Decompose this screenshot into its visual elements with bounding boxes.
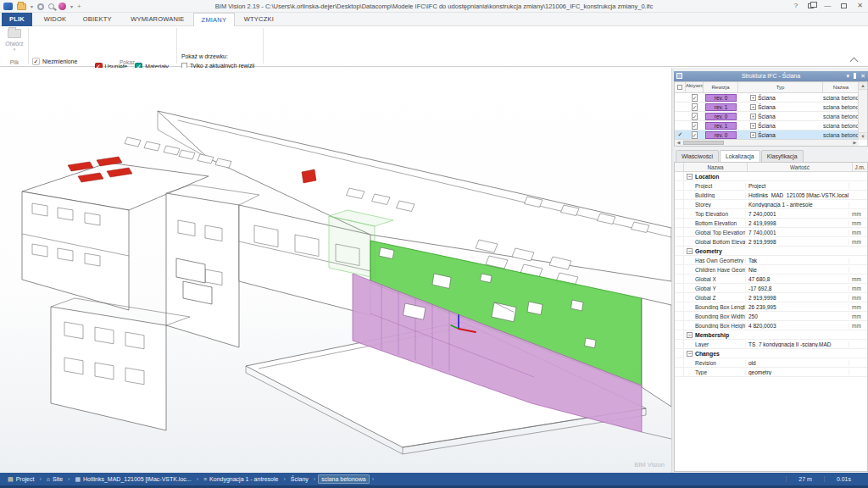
column-header-active[interactable]: Aktywny — [686, 82, 704, 93]
scroll-down-icon[interactable]: ▼ — [859, 132, 867, 140]
property-row[interactable]: Bounding Box Length26 239,995mm — [675, 302, 867, 312]
property-row[interactable]: Global Top Elevation7 740,0001mm — [675, 228, 867, 237]
panel-menu-icon[interactable]: ▾ — [847, 71, 850, 81]
property-row[interactable]: Bottom Elevation2 419,9998mm — [675, 219, 867, 228]
tab-wymiarowanie[interactable]: WYMIAROWANIE — [123, 13, 192, 26]
collapse-ribbon-icon[interactable] — [851, 57, 858, 61]
expand-icon[interactable]: + — [750, 114, 756, 119]
tab-właściwości[interactable]: Właściwości — [676, 150, 719, 162]
property-unit: mm — [849, 239, 867, 245]
status-breadcrumb-bar: ▤Project›⌂Site›▦Hotlinks_MAD_121005 [iMa… — [0, 473, 868, 488]
property-value: 26 239,995 — [746, 304, 849, 310]
property-group-row[interactable]: −Membership — [675, 330, 867, 340]
breadcrumb-label: Project — [16, 476, 35, 482]
maximize-button[interactable] — [841, 3, 847, 8]
expand-icon[interactable]: + — [750, 95, 756, 101]
collapse-icon[interactable]: − — [687, 174, 693, 180]
tree-row[interactable]: ✓rev. 0+Ścianasciana betonowa — [675, 112, 859, 121]
tab-plik[interactable]: PLIK — [2, 13, 32, 26]
property-row[interactable]: Global X47 680,8mm — [675, 274, 867, 284]
scroll-up-icon[interactable]: ▲ — [859, 82, 867, 90]
property-name: Bottom Elevation — [684, 220, 746, 226]
collapse-icon[interactable]: − — [687, 351, 693, 357]
tab-wtyczki[interactable]: WTYCZKI — [236, 13, 281, 26]
property-row[interactable]: Global Y-17 692,8mm — [675, 284, 867, 293]
panel-close-icon[interactable]: ✕ — [860, 71, 865, 81]
prop-column-value[interactable]: Wartość — [748, 163, 853, 172]
expand-icon[interactable]: + — [750, 132, 756, 138]
group-name: Changes — [695, 351, 720, 357]
breadcrumb-item-project[interactable]: ▤Project — [5, 475, 36, 484]
tree-vertical-scrollbar[interactable]: ▲ ▼ — [858, 82, 867, 140]
prop-column-unit[interactable]: J.m. — [853, 163, 867, 172]
column-header-name[interactable]: Nazwa — [823, 82, 859, 93]
tree-row[interactable]: ✓rev. 1+Ścianasciana betonowa — [675, 103, 859, 112]
property-name: Children Have Geometry — [684, 267, 746, 273]
property-row[interactable]: Bounding Box Width250mm — [675, 312, 867, 321]
close-button[interactable]: ✕ — [857, 2, 863, 10]
tab-lokalizacja[interactable]: Lokalizacja — [720, 150, 760, 162]
collapse-icon[interactable]: − — [687, 248, 693, 254]
breadcrumb-item-site[interactable]: ⌂Site — [44, 475, 65, 483]
active-checkbox[interactable]: ✓ — [692, 131, 698, 139]
open-split-arrow-icon[interactable]: ▾ — [3, 47, 25, 52]
property-row[interactable]: StoreyKondygnacja 1 - antresole — [675, 200, 867, 209]
property-row[interactable]: Has Own GeometryTak — [675, 256, 867, 265]
prop-column-name[interactable]: Nazwa — [684, 163, 748, 172]
column-header-revision[interactable]: Rewizja — [704, 82, 738, 93]
help-button[interactable]: ? — [794, 2, 798, 10]
tab-klasyfikacja[interactable]: Klasyfikacja — [761, 150, 804, 162]
active-checkbox[interactable]: ✓ — [692, 103, 698, 111]
property-row[interactable]: Revisionold — [675, 358, 867, 368]
breadcrumb-item-sciana-betonowa[interactable]: sciana betonowa — [318, 474, 370, 484]
property-row[interactable]: LayerTS_7 kondygnacja II -sciany.MAD — [675, 340, 867, 349]
property-row[interactable]: ProjectProject — [675, 181, 867, 191]
tree-row[interactable]: ✓rev. 1+Ścianasciana betonowa — [675, 121, 859, 130]
expand-icon[interactable]: + — [750, 123, 756, 129]
expand-icon[interactable]: + — [750, 104, 756, 110]
property-group-row[interactable]: −Changes — [675, 349, 867, 358]
tab-obiekty[interactable]: OBIEKTY — [75, 13, 120, 26]
tab-widok[interactable]: WIDOK — [36, 13, 74, 26]
pin-window-button[interactable] — [808, 3, 814, 8]
property-row[interactable]: Global Bottom Elevation2 919,9998mm — [675, 237, 867, 247]
property-group-row[interactable]: −Location — [675, 172, 867, 181]
breadcrumb-separator-icon: › — [68, 476, 70, 482]
active-checkbox[interactable]: ✓ — [692, 113, 698, 120]
scroll-right-icon[interactable]: ▶ — [851, 140, 859, 146]
open-file-button[interactable]: Otwórz ▾ — [3, 29, 25, 58]
change-filter-niezmienione[interactable]: ✓Niezmienione — [32, 58, 87, 65]
active-checkbox[interactable]: ✓ — [692, 122, 698, 130]
row-indicator-column-header[interactable] — [675, 82, 686, 93]
revision-badge: rev. 1 — [705, 103, 737, 111]
revision-badge: rev. 0 — [705, 113, 737, 120]
property-row[interactable]: Typegeometry — [675, 368, 867, 377]
breadcrumb-separator-icon: › — [283, 476, 285, 482]
property-row[interactable]: BuildingHotlinks_MAD_121005 [iMac-VSTK.l… — [675, 191, 867, 200]
active-checkbox[interactable]: ✓ — [692, 94, 698, 102]
panel-pin-icon[interactable] — [854, 73, 856, 79]
grid-cell — [675, 284, 684, 293]
property-row[interactable]: Top Elevation7 240,0001mm — [675, 209, 867, 219]
structure-panel-header[interactable]: Struktura IFC - Ściana ▾ ✕ — [674, 71, 868, 81]
breadcrumb-item-hotlinks-mad-121005-imac[interactable]: ▦Hotlinks_MAD_121005 [iMac-VSTK.loc... — [72, 475, 193, 484]
minimize-button[interactable]: — — [824, 2, 831, 10]
tree-row[interactable]: ✓rev. 0+Ścianasciana betonowa — [675, 93, 859, 103]
property-group-row[interactable]: −Geometry — [675, 247, 867, 256]
tree-options-label: Pokaż w drzewku: — [181, 53, 262, 59]
column-header-type[interactable]: Typ — [738, 82, 823, 93]
breadcrumb-item--ciany[interactable]: Ściany — [288, 475, 311, 483]
scroll-left-icon[interactable]: ◀ — [675, 140, 682, 146]
property-row[interactable]: Bounding Box Height4 820,0003mm — [675, 321, 867, 330]
model-viewport[interactable]: BIM Vision — [0, 68, 671, 473]
grid-cell — [675, 340, 684, 349]
tree-horizontal-scrollbar[interactable]: ◀ ▶ — [675, 139, 859, 146]
property-row[interactable]: Global Z2 919,9998mm — [675, 293, 867, 302]
property-row[interactable]: Children Have GeometryNie — [675, 265, 867, 274]
tab-zmiany[interactable]: ZMIANY — [193, 13, 236, 26]
building-model — [0, 68, 671, 473]
hscroll-thumb[interactable] — [683, 141, 724, 145]
prop-icon-column-header — [675, 163, 684, 172]
breadcrumb-item-kondygnacja-1-antresole[interactable]: ≡Kondygnacja 1 - antresole — [201, 475, 281, 483]
collapse-icon[interactable]: − — [687, 332, 693, 338]
